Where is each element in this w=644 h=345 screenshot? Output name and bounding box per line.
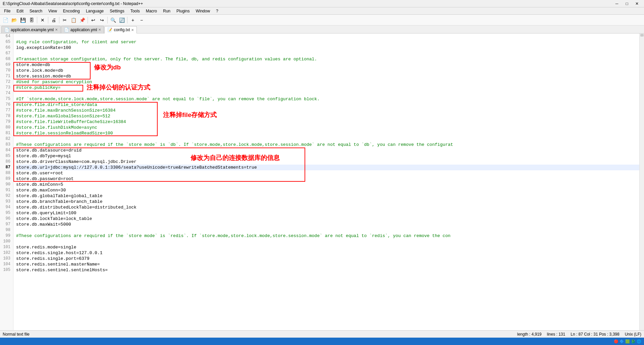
code-line-78: #store.file.maxGlobalSessionSize=512 [16,113,639,119]
tab-2[interactable]: 📝config.txt✕ [104,26,137,34]
tab-close-2[interactable]: ✕ [131,28,134,32]
menu-item-edit[interactable]: Edit [14,8,26,14]
line-num-70: 70 [0,68,12,73]
code-line-103: store.redis.single.port=6379 [16,256,639,262]
menu-item-language[interactable]: Language [83,8,106,14]
redo-button[interactable]: ↪ [98,16,106,24]
line-num-83: 83 [0,142,12,148]
zoom-in-button[interactable]: + [129,16,137,24]
menu-item-?[interactable]: ? [213,8,221,14]
close-button[interactable]: ✕ [633,1,641,7]
code-line-104: store.redis.sentinel.masterName= [16,262,639,267]
menu-item-macro[interactable]: Macro [143,8,160,14]
file-lines: lines : 131 [547,332,566,337]
code-line-72: #Used for password encryption [16,79,639,85]
code-line-66: log.exceptionRate=100 [16,45,639,51]
code-line-96: store.db.lockTable=lock_table [16,216,639,222]
code-line-102: store.redis.single.host=127.0.0.1 [16,250,639,256]
menu-item-search[interactable]: Search [27,8,45,14]
title-bar: E:\SpringCloud-Alibaba\Seata\seata\scrip… [0,0,644,7]
line-num-76: 76 [0,102,12,108]
sep2 [48,17,48,23]
line-num-101: 101 [0,244,12,250]
line-num-104: 104 [0,262,12,267]
line-num-81: 81 [0,130,12,136]
find-button[interactable]: 🔍 [109,16,117,24]
print-button[interactable]: 🖨 [50,16,58,24]
tab-1[interactable]: 📄application.yml✕ [61,26,104,33]
line-num-90: 90 [0,182,12,187]
code-line-85: store.db.dbType=mysql [16,153,639,159]
tab-0[interactable]: 📄application.example.yml✕ [1,26,61,33]
code-line-80: #store.file.flushDiskMode=async [16,125,639,130]
line-num-68: 68 [0,56,12,62]
save-all-button[interactable]: 🗄 [28,16,36,24]
code-line-92: store.db.globalTable=global_table [16,193,639,199]
line-num-99: 99 [0,233,12,239]
code-line-69: store.mode=db [16,62,639,68]
code-line-91: store.db.maxConn=30 [16,187,639,193]
menu-item-plugins[interactable]: Plugins [174,8,192,14]
code-line-88: store.db.user=root [16,170,639,176]
open-button[interactable]: 📂 [10,16,18,24]
menu-item-view[interactable]: View [46,8,60,14]
tab-label-0: application.example.yml [11,27,54,32]
tab-icon-0: 📄 [4,27,9,32]
tab-icon-2: 📝 [107,27,112,32]
taskbar-icons: 🔴 🔷 🟩 🐉 🌐 [614,339,641,344]
code-line-84: store.db.datasource=druid [16,148,639,153]
save-button[interactable]: 💾 [19,16,27,24]
menu-item-file[interactable]: File [1,8,13,14]
menu-item-encoding[interactable]: Encoding [60,8,83,14]
line-num-102: 102 [0,250,12,256]
paste-button[interactable]: 📌 [78,16,86,24]
code-line-71: store.session.mode=db [16,73,639,79]
code-line-65: #Log rule configuration, for client and … [16,39,639,45]
code-line-73: #store.publicKey= [16,85,639,91]
menu-bar: FileEditSearchViewEncodingLanguageSettin… [0,7,644,15]
undo-button[interactable]: ↩ [89,16,97,24]
file-type: Normal text file [3,332,30,337]
line-num-87: 87 [0,165,12,170]
tab-icon-1: 📄 [64,27,69,32]
line-num-77: 77 [0,108,12,113]
tab-close-0[interactable]: ✕ [55,28,58,32]
editor[interactable]: #Log rule configuration, for client and … [13,34,639,273]
tab-close-1[interactable]: ✕ [98,28,101,32]
replace-button[interactable]: 🔄 [118,16,126,24]
menu-item-window[interactable]: Window [193,8,213,14]
code-line-70: store.lock.mode=db [16,68,639,73]
line-num-69: 69 [0,62,12,68]
code-line-76: #store.file.dir=file_store/data [16,102,639,108]
line-ending: Unix (LF) [625,332,641,337]
code-line-98 [16,227,639,233]
toolbar: 📄 📂 💾 🗄 ✕ 🖨 ✂ 📋 📌 ↩ ↪ 🔍 🔄 + − [0,15,644,25]
code-line-101: store.redis.mode=single [16,244,639,250]
code-line-105: store.redis.sentinel.sentinelHosts= [16,267,639,273]
minimize-button[interactable]: ─ [612,1,621,7]
sep5 [107,17,108,23]
line-num-98: 98 [0,227,12,233]
code-line-93: store.db.branchTable=branch_table [16,199,639,205]
menu-item-run[interactable]: Run [160,8,173,14]
code-line-82 [16,136,639,142]
cut-button[interactable]: ✂ [61,16,69,24]
copy-button[interactable]: 📋 [69,16,77,24]
right-scrollbar[interactable] [639,34,644,330]
main-content: 6465666768697071727374757677787980818283… [0,34,644,330]
maximize-button[interactable]: □ [623,1,631,7]
sep1 [37,17,37,23]
line-num-95: 95 [0,210,12,216]
menu-item-settings[interactable]: Settings [107,8,127,14]
zoom-out-button[interactable]: − [138,16,146,24]
code-line-75: #If `store.mode,store.lock.mode,store.se… [16,96,639,102]
editor-wrapper[interactable]: #Log rule configuration, for client and … [13,34,639,330]
menu-item-tools[interactable]: Tools [128,8,143,14]
line-num-100: 100 [0,239,12,244]
line-num-73: 73 [0,85,12,91]
new-button[interactable]: 📄 [1,16,9,24]
sep3 [59,17,59,23]
close-tab-button[interactable]: ✕ [39,16,47,24]
line-num-103: 103 [0,256,12,262]
line-num-67: 67 [0,51,12,56]
